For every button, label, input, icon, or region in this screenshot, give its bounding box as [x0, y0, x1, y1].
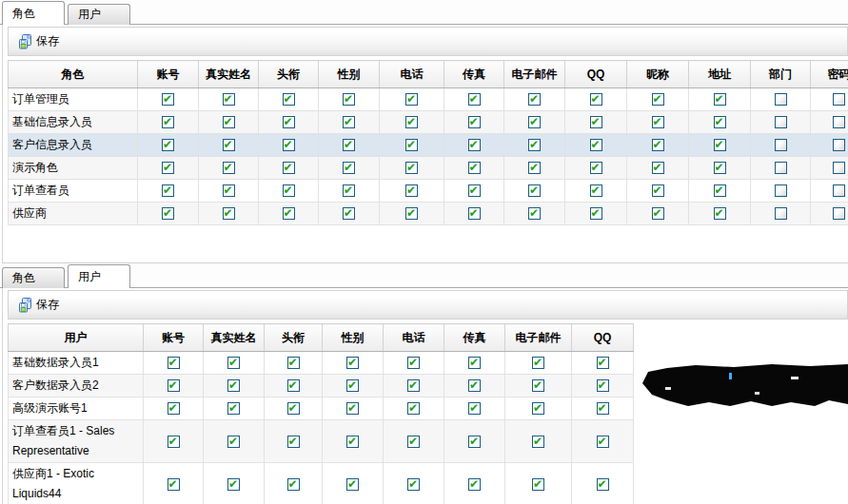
permission-checkbox-unchecked[interactable]: [833, 207, 845, 220]
column-header[interactable]: 头衔: [265, 324, 323, 352]
permission-checkbox-checked[interactable]: [652, 139, 664, 151]
permission-checkbox-checked[interactable]: [468, 436, 481, 448]
column-header[interactable]: 电子邮件: [504, 61, 565, 88]
permission-checkbox-checked[interactable]: [468, 162, 481, 174]
permission-checkbox-unchecked[interactable]: [775, 207, 787, 220]
permission-checkbox-checked[interactable]: [162, 93, 174, 106]
permission-checkbox-unchecked[interactable]: [775, 116, 787, 128]
column-header[interactable]: 电子邮件: [505, 324, 572, 352]
permission-checkbox-checked[interactable]: [283, 93, 295, 106]
permission-checkbox-unchecked[interactable]: [833, 93, 845, 106]
permission-checkbox-checked[interactable]: [223, 139, 235, 151]
column-header[interactable]: 电话: [380, 61, 444, 88]
permission-checkbox-checked[interactable]: [405, 162, 418, 174]
permission-checkbox-checked[interactable]: [714, 93, 726, 106]
column-header[interactable]: 部门: [751, 61, 811, 88]
permission-checkbox-checked[interactable]: [468, 207, 481, 220]
column-header[interactable]: 性别: [323, 324, 384, 352]
permission-checkbox-checked[interactable]: [652, 184, 664, 197]
table-row[interactable]: 订单查看员: [9, 180, 848, 203]
permission-checkbox-checked[interactable]: [468, 402, 481, 415]
permission-checkbox-checked[interactable]: [714, 162, 726, 174]
table-row[interactable]: 供应商: [9, 203, 848, 225]
permission-checkbox-checked[interactable]: [597, 379, 609, 392]
table-row[interactable]: 供应商1 - Exotic Liquids44: [9, 463, 634, 504]
permission-checkbox-checked[interactable]: [405, 207, 418, 220]
permission-checkbox-unchecked[interactable]: [775, 162, 787, 174]
permission-checkbox-checked[interactable]: [287, 357, 300, 369]
permission-checkbox-checked[interactable]: [227, 478, 240, 491]
column-header[interactable]: 昵称: [627, 61, 689, 88]
permission-checkbox-checked[interactable]: [652, 207, 664, 220]
permission-checkbox-checked[interactable]: [227, 379, 240, 392]
permission-checkbox-checked[interactable]: [343, 162, 355, 174]
permission-checkbox-checked[interactable]: [162, 207, 174, 220]
permission-checkbox-checked[interactable]: [287, 379, 300, 392]
permission-checkbox-checked[interactable]: [405, 184, 418, 197]
permission-checkbox-checked[interactable]: [528, 116, 541, 128]
permission-checkbox-unchecked[interactable]: [833, 139, 845, 151]
tab-users-2[interactable]: 用户: [68, 264, 130, 288]
table-row[interactable]: 客户数据录入员2: [9, 375, 634, 397]
permission-checkbox-checked[interactable]: [223, 162, 235, 174]
permission-checkbox-checked[interactable]: [223, 184, 235, 197]
permission-checkbox-checked[interactable]: [227, 402, 240, 415]
table-row[interactable]: 基础数据录入员1: [9, 352, 634, 375]
permission-checkbox-checked[interactable]: [590, 93, 602, 106]
permission-checkbox-checked[interactable]: [343, 116, 355, 128]
permission-checkbox-checked[interactable]: [590, 207, 602, 220]
permission-checkbox-checked[interactable]: [468, 116, 481, 128]
permission-checkbox-unchecked[interactable]: [833, 184, 845, 197]
permission-checkbox-checked[interactable]: [162, 116, 174, 128]
permission-checkbox-checked[interactable]: [405, 93, 418, 106]
permission-checkbox-checked[interactable]: [168, 379, 180, 392]
column-header[interactable]: 密码: [811, 61, 848, 88]
column-header[interactable]: 头衔: [259, 61, 319, 88]
permission-checkbox-checked[interactable]: [468, 379, 481, 392]
permission-checkbox-checked[interactable]: [528, 207, 541, 220]
key-column-header[interactable]: 角色: [9, 61, 138, 88]
permission-checkbox-checked[interactable]: [283, 139, 295, 151]
tab-users[interactable]: 用户: [68, 4, 130, 25]
permission-checkbox-checked[interactable]: [652, 162, 664, 174]
permission-checkbox-checked[interactable]: [597, 402, 609, 415]
permission-checkbox-checked[interactable]: [283, 207, 295, 220]
permission-checkbox-checked[interactable]: [528, 139, 541, 151]
permission-checkbox-checked[interactable]: [346, 436, 359, 448]
tab-roles-2[interactable]: 角色: [2, 267, 65, 288]
permission-checkbox-checked[interactable]: [343, 207, 355, 220]
permission-checkbox-checked[interactable]: [468, 93, 481, 106]
permission-checkbox-unchecked[interactable]: [833, 162, 845, 174]
permission-checkbox-checked[interactable]: [532, 436, 544, 448]
permission-checkbox-checked[interactable]: [407, 478, 420, 491]
save-button-2[interactable]: 保存: [14, 295, 63, 315]
permission-checkbox-checked[interactable]: [652, 93, 664, 106]
permission-checkbox-checked[interactable]: [168, 357, 180, 369]
key-column-header[interactable]: 用户: [9, 324, 144, 352]
permission-checkbox-checked[interactable]: [407, 402, 420, 415]
permission-checkbox-checked[interactable]: [532, 402, 544, 415]
column-header[interactable]: QQ: [565, 61, 627, 88]
permission-checkbox-checked[interactable]: [468, 184, 481, 197]
column-header[interactable]: 传真: [444, 324, 505, 352]
permission-checkbox-checked[interactable]: [590, 162, 602, 174]
permission-checkbox-checked[interactable]: [590, 116, 602, 128]
permission-checkbox-checked[interactable]: [405, 139, 418, 151]
permission-checkbox-checked[interactable]: [287, 478, 300, 491]
permission-checkbox-unchecked[interactable]: [775, 184, 787, 197]
permission-checkbox-checked[interactable]: [162, 139, 174, 151]
permission-checkbox-checked[interactable]: [532, 379, 544, 392]
column-header[interactable]: QQ: [572, 324, 634, 352]
permission-checkbox-checked[interactable]: [468, 357, 481, 369]
permission-checkbox-checked[interactable]: [223, 93, 235, 106]
permission-checkbox-checked[interactable]: [405, 116, 418, 128]
tab-roles[interactable]: 角色: [2, 1, 65, 25]
save-button[interactable]: 保存: [14, 31, 63, 51]
column-header[interactable]: 账号: [138, 61, 199, 88]
permission-checkbox-checked[interactable]: [407, 357, 420, 369]
permission-checkbox-checked[interactable]: [223, 116, 235, 128]
table-row[interactable]: 客户信息录入员: [9, 134, 848, 157]
permission-checkbox-checked[interactable]: [343, 93, 355, 106]
permission-checkbox-checked[interactable]: [652, 116, 664, 128]
permission-checkbox-checked[interactable]: [590, 184, 602, 197]
